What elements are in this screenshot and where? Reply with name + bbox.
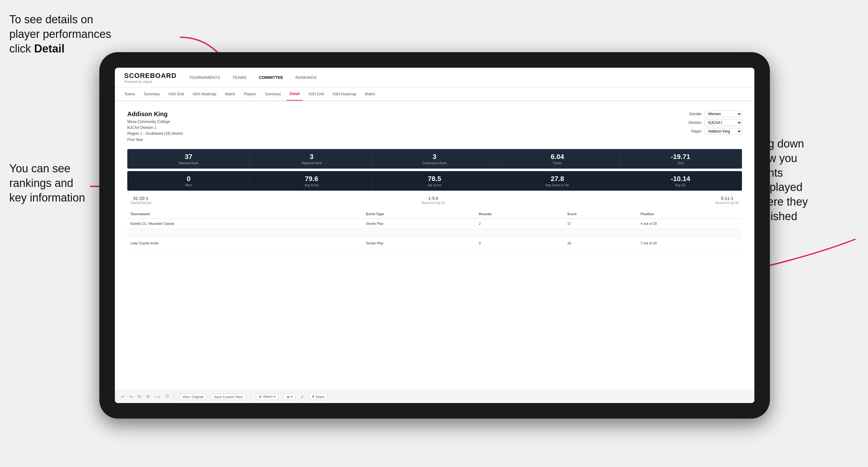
nav-teams[interactable]: TEAMS <box>232 75 247 80</box>
gender-select[interactable]: Women Men <box>705 111 742 117</box>
table-body: Estella CC- Mountain Classic Stroke Play… <box>127 218 742 248</box>
subnav-players[interactable]: Players <box>241 88 259 101</box>
logo-title: SCOREBOARD <box>124 72 177 80</box>
subnav-summary[interactable]: Summary <box>141 88 163 101</box>
records-row: 91-20-1 Overall Record 1-5-0 Record vs t… <box>127 196 742 205</box>
player-header: Addison King Mesa Community College NJCA… <box>127 111 742 143</box>
display-icon: 🖥 <box>286 395 290 399</box>
annotation-line2: player performances <box>9 28 111 40</box>
subnav-h2hheatmap2[interactable]: H2H Heatmap <box>330 88 359 101</box>
regional-rank-label: Regional Rank <box>253 161 370 165</box>
undo-icon[interactable]: ↩ <box>121 394 124 399</box>
tablet-frame: SCOREBOARD Powered by clippd TOURNAMENTS… <box>99 52 770 418</box>
annotation-detail-bold: Detail <box>34 42 65 55</box>
record-top50-label: Record vs top 50 <box>715 201 739 205</box>
player-school: Mesa Community College <box>127 119 183 125</box>
cell-tournament-3: Lady Coyote Invite <box>127 238 363 248</box>
subnav-teams[interactable]: Teams <box>121 88 138 101</box>
timer-icon[interactable]: ⏱ <box>165 394 169 399</box>
save-custom-view-btn[interactable]: Save Custom View <box>211 394 246 400</box>
main-nav: TOURNAMENTS TEAMS COMMITTEE RANKINGS <box>189 75 317 80</box>
player-filters: Gender Women Men Division NJCAA I <box>688 111 742 143</box>
table-row-spacer <box>127 228 742 238</box>
nav-rankings[interactable]: RANKINGS <box>296 75 317 80</box>
zoom-icon[interactable]: – + <box>155 394 160 399</box>
display-btn[interactable]: 🖥 ▾ <box>283 394 296 400</box>
col-tournament: Tournament <box>127 210 363 219</box>
division-select[interactable]: NJCAA I <box>705 119 742 126</box>
subnav-matrix2[interactable]: Matrix <box>362 88 378 101</box>
gender-filter-row: Gender Women Men <box>689 111 742 117</box>
stat-conference-rank: 3 Conference Rank <box>373 149 496 168</box>
avg-score-par-label: Avg Score to Par <box>499 184 616 187</box>
stat-avg-score: 79.6 Avg Score <box>250 171 373 191</box>
player-region: Region 1 - Southwest (18) District <box>127 131 183 136</box>
logo-area: SCOREBOARD Powered by clippd <box>124 72 177 84</box>
view-original-btn[interactable]: View: Original <box>180 394 206 400</box>
record-top25: 1-5-0 Record vs top 25 <box>422 196 445 205</box>
player-filter-row: Player Addison King <box>691 128 742 135</box>
record-top50: 5-11-1 Record vs top 50 <box>715 196 739 205</box>
regional-rank-value: 3 <box>253 153 370 161</box>
spacer-cell <box>127 228 742 238</box>
subnav-detail[interactable]: Detail <box>286 88 303 101</box>
stat-regional-rank: 3 Regional Rank <box>250 149 373 168</box>
sos-value: -19.71 <box>622 153 739 161</box>
record-overall-value: 91-20-1 <box>133 196 148 201</box>
cell-event-type-1: Stroke Play <box>363 218 476 228</box>
content-area: Addison King Mesa Community College NJCA… <box>115 101 754 390</box>
cell-position-3: 7 out of 20 <box>638 238 742 248</box>
main-content: Addison King Mesa Community College NJCA… <box>115 101 754 403</box>
watch-btn[interactable]: 👁 Watch ▾ <box>256 394 278 400</box>
subnav-matrix[interactable]: Matrix <box>222 88 239 101</box>
back-icon[interactable]: ⟲ <box>146 394 150 399</box>
points-label: Points <box>499 161 616 165</box>
nav-committee[interactable]: COMMITTEE <box>259 75 283 80</box>
toolbar-separator-1 <box>174 394 175 400</box>
player-name: Addison King <box>127 111 183 118</box>
stats-grid-row2: 0 Wins 79.6 Avg Score 78.5 Adj Score 2 <box>127 171 742 191</box>
cell-score-3: 16 <box>564 238 637 248</box>
record-top50-value: 5-11-1 <box>721 196 733 201</box>
player-label: Player <box>691 129 702 133</box>
subnav-h2hgrid2[interactable]: H2H Grid <box>305 88 327 101</box>
avg-score-value: 79.6 <box>253 175 370 183</box>
subnav-h2hheatmap[interactable]: H2H Heatmap <box>190 88 219 101</box>
redo-icon[interactable]: ↪ <box>129 394 133 399</box>
table-header: Tournament Event Type Rounds Score Posit… <box>127 210 742 219</box>
national-rank-label: National Rank <box>130 161 247 165</box>
player-select[interactable]: Addison King <box>705 128 742 135</box>
avg-score-label: Avg Score <box>253 184 370 187</box>
nav-tournaments[interactable]: TOURNAMENTS <box>189 75 220 80</box>
col-event-type: Event Type <box>363 210 476 219</box>
wins-label: Wins <box>130 184 247 187</box>
avg-sg-label: Avg SG <box>622 184 739 187</box>
annotation-line1: To see details on <box>9 13 93 26</box>
save-view-label: Save Custom View <box>214 395 243 399</box>
gender-label: Gender <box>689 112 702 116</box>
stat-wins: 0 Wins <box>127 171 250 191</box>
sos-label: SoS <box>622 161 739 165</box>
cell-event-type-3: Stroke Play <box>363 238 476 248</box>
player-info: Addison King Mesa Community College NJCA… <box>127 111 183 143</box>
player-year: First Year <box>127 137 183 143</box>
app-container: SCOREBOARD Powered by clippd TOURNAMENTS… <box>115 68 754 403</box>
table-row: Estella CC- Mountain Classic Stroke Play… <box>127 218 742 228</box>
adj-score-label: Adj Score <box>376 184 493 187</box>
table-row-3: Lady Coyote Invite Stroke Play 2 16 7 ou… <box>127 238 742 248</box>
record-top25-value: 1-5-0 <box>428 196 438 201</box>
share-btn[interactable]: ⬆ Share <box>309 394 328 400</box>
refresh-icon[interactable]: ⟳ <box>138 394 141 399</box>
record-overall: 91-20-1 Overall Record <box>130 196 151 205</box>
col-rounds: Rounds <box>476 210 564 219</box>
record-top25-label: Record vs top 25 <box>422 201 445 205</box>
subnav-summary2[interactable]: Summary <box>262 88 284 101</box>
subnav-h2hgrid[interactable]: H2H Grid <box>165 88 187 101</box>
stat-points: 6.04 Points <box>496 149 619 168</box>
adj-score-value: 78.5 <box>376 175 493 183</box>
expand-icon[interactable]: ⤢ <box>301 394 304 399</box>
tablet-screen: SCOREBOARD Powered by clippd TOURNAMENTS… <box>115 68 754 403</box>
stat-avg-sg: -10.14 Avg SG <box>619 171 742 191</box>
cell-rounds-3: 2 <box>476 238 564 248</box>
annotation-line3-prefix: click <box>9 42 34 55</box>
